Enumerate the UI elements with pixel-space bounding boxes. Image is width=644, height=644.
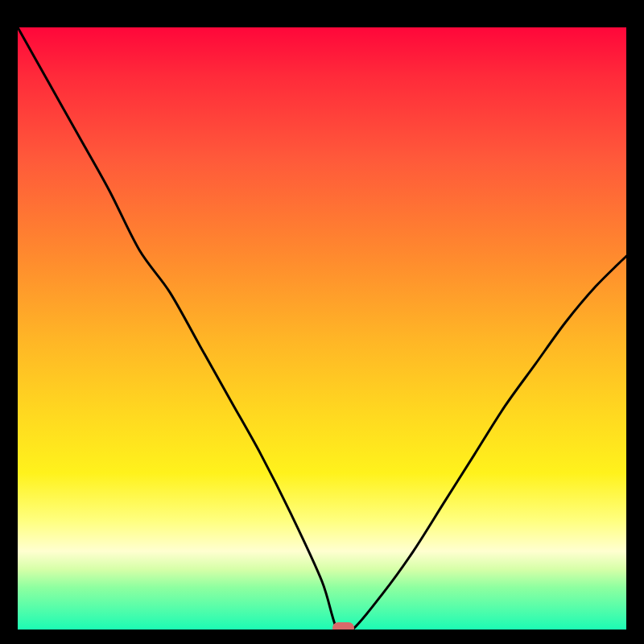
plot-area [18, 27, 626, 630]
bottleneck-curve [18, 27, 626, 630]
optimum-marker [332, 622, 353, 630]
